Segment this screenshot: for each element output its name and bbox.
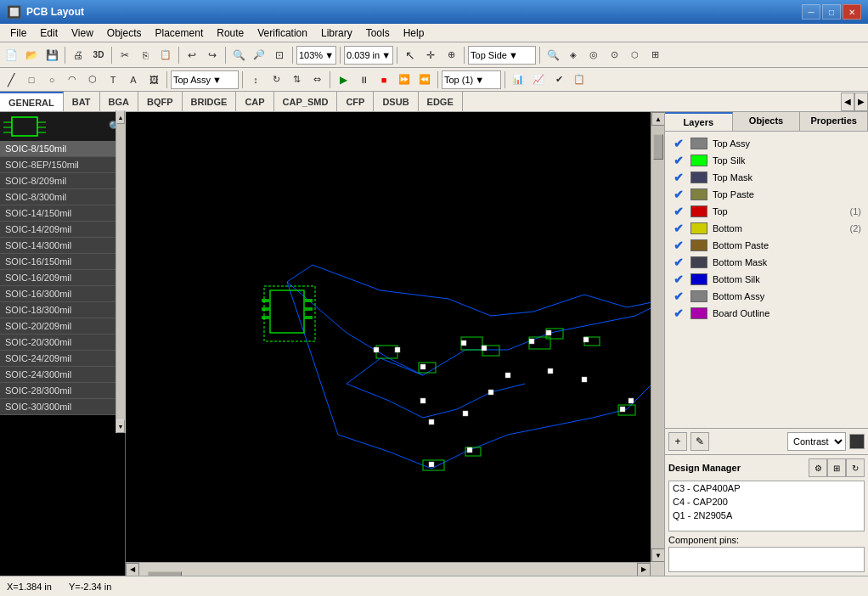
- vscroll-up-button[interactable]: ▲: [651, 112, 664, 126]
- list-item[interactable]: SOIC-20/300mil: [0, 335, 125, 351]
- stat-button[interactable]: 📈: [529, 70, 548, 89]
- zoom-in-button[interactable]: 🔍: [229, 46, 248, 65]
- route-button[interactable]: ⊕: [442, 46, 460, 65]
- comp-tab-cap-smd[interactable]: CAP_SMD: [274, 92, 338, 111]
- rotate-button[interactable]: ↻: [267, 70, 285, 89]
- list-item[interactable]: SOIC-14/150mil: [0, 205, 125, 222]
- comp-tab-bridge[interactable]: BRIDGE: [183, 92, 237, 111]
- forward-button[interactable]: ⏩: [395, 70, 414, 89]
- add-layer-button[interactable]: +: [668, 432, 687, 451]
- list-item[interactable]: SOIC-16/150mil: [0, 254, 125, 270]
- list-item[interactable]: SOIC-24/209mil: [0, 351, 125, 367]
- redo-button[interactable]: ↪: [203, 46, 222, 65]
- layer-checkbox[interactable]: ✔: [672, 273, 685, 286]
- chart-button[interactable]: 📊: [509, 70, 527, 89]
- paste-button[interactable]: 📋: [156, 46, 175, 65]
- menu-edit[interactable]: Edit: [33, 24, 65, 42]
- comp-tab-cap[interactable]: CAP: [236, 92, 273, 111]
- canvas-area[interactable]: ▲ ▼ ◀ ▶: [126, 112, 664, 576]
- hscroll-right-button[interactable]: ▶: [637, 563, 651, 576]
- menu-library[interactable]: Library: [314, 24, 359, 42]
- list-item[interactable]: SOIC-18/300mil: [0, 302, 125, 318]
- layer-item[interactable]: ✔ Top (1): [668, 203, 865, 220]
- list-item[interactable]: SOIC-16/300mil: [0, 286, 125, 302]
- design-manager-item[interactable]: Q1 - 2N2905A: [669, 509, 864, 522]
- layer-item[interactable]: ✔ Top Silk: [668, 152, 865, 169]
- hscroll-left-button[interactable]: ◀: [126, 563, 139, 576]
- line-button[interactable]: ╱: [2, 70, 20, 89]
- comp-tab-edge[interactable]: EDGE: [419, 92, 463, 111]
- zoom-fit-button[interactable]: ⊡: [270, 46, 289, 65]
- 3d-btn2[interactable]: ⬡: [625, 46, 644, 65]
- crosshair-button[interactable]: ✛: [421, 46, 440, 65]
- layer-checkbox[interactable]: ✔: [672, 154, 685, 167]
- comp-tab-bat[interactable]: BAT: [64, 92, 100, 111]
- layer-item[interactable]: ✔ Top Mask: [668, 169, 865, 186]
- layer-checkbox[interactable]: ✔: [672, 290, 685, 303]
- 3d-button[interactable]: 3D: [89, 46, 108, 65]
- list-item[interactable]: SOIC-24/300mil: [0, 367, 125, 383]
- layer-checkbox[interactable]: ✔: [672, 171, 685, 184]
- list-item[interactable]: SOIC-8EP/150mil: [0, 157, 125, 173]
- undo-button[interactable]: ↩: [183, 46, 201, 65]
- copy-button[interactable]: ⎘: [136, 46, 155, 65]
- report-button[interactable]: 📋: [570, 70, 589, 89]
- zoom-dropdown[interactable]: 103% ▼: [296, 46, 336, 65]
- list-item[interactable]: SOIC-14/209mil: [0, 222, 125, 238]
- text-button[interactable]: T: [104, 70, 122, 89]
- layer-checkbox[interactable]: ✔: [672, 137, 685, 150]
- pic-button[interactable]: A: [124, 70, 143, 89]
- list-item[interactable]: SOIC-8/150mil: [0, 141, 125, 157]
- list-item[interactable]: SOIC-20/209mil: [0, 318, 125, 335]
- minimize-button[interactable]: ─: [802, 4, 820, 20]
- layer-checkbox[interactable]: ✔: [672, 205, 685, 218]
- canvas-vscrollbar[interactable]: ▲ ▼: [651, 112, 664, 562]
- print-button[interactable]: 🖨: [69, 46, 87, 65]
- list-item[interactable]: SOIC-28/300mil: [0, 383, 125, 399]
- highlight-button[interactable]: ◎: [584, 46, 603, 65]
- vscroll-down-button[interactable]: ▼: [651, 548, 664, 562]
- close-button[interactable]: ✕: [843, 4, 861, 20]
- dm-filter-button[interactable]: ⊞: [827, 458, 846, 477]
- layer-item[interactable]: ✔ Bottom Assy: [668, 288, 865, 305]
- comp-tab-cfp[interactable]: CFP: [337, 92, 374, 111]
- vscroll-thumb[interactable]: [653, 134, 663, 160]
- layer-item[interactable]: ✔ Bottom Paste: [668, 237, 865, 254]
- pause-button[interactable]: ⏸: [354, 70, 373, 89]
- menu-route[interactable]: Route: [210, 24, 251, 42]
- tab-next-button[interactable]: ▶: [854, 93, 868, 111]
- open-button[interactable]: 📂: [22, 46, 41, 65]
- pcb-canvas[interactable]: [126, 112, 651, 562]
- tab-objects[interactable]: Objects: [733, 112, 801, 131]
- layer-item[interactable]: ✔ Bottom Silk: [668, 271, 865, 288]
- mirror-button[interactable]: ⇔: [307, 70, 326, 89]
- layer-checkbox[interactable]: ✔: [672, 256, 685, 269]
- assy-dropdown[interactable]: Top Assy ▼: [171, 70, 239, 89]
- grid-button[interactable]: ⊞: [645, 46, 664, 65]
- comp-tab-bga[interactable]: BGA: [100, 92, 138, 111]
- maximize-button[interactable]: □: [822, 4, 841, 20]
- side-dropdown[interactable]: Top Side ▼: [468, 46, 536, 65]
- design-manager-item[interactable]: C3 - CAP400AP: [669, 481, 864, 495]
- circle-button[interactable]: ○: [42, 70, 61, 89]
- flip-button[interactable]: ⇅: [287, 70, 306, 89]
- tab-prev-button[interactable]: ◀: [841, 93, 854, 111]
- layer-item[interactable]: ✔ Bottom (2): [668, 220, 865, 237]
- new-button[interactable]: 📄: [2, 46, 20, 65]
- img-button[interactable]: 🖼: [144, 70, 163, 89]
- list-item[interactable]: SOIC-8/209mil: [0, 173, 125, 189]
- list-item[interactable]: SOIC-16/209mil: [0, 270, 125, 286]
- canvas-hscrollbar[interactable]: ◀ ▶: [126, 562, 651, 576]
- cut-button[interactable]: ✂: [116, 46, 134, 65]
- unit-dropdown[interactable]: 0.039 in ▼: [344, 46, 393, 65]
- layer-checkbox[interactable]: ✔: [672, 239, 685, 252]
- tab-properties[interactable]: Properties: [800, 112, 868, 131]
- edit-layer-button[interactable]: ✎: [690, 432, 709, 451]
- hscroll-thumb[interactable]: [148, 571, 182, 576]
- list-item[interactable]: SOIC-14/300mil: [0, 238, 125, 254]
- comp-tab-bqfp[interactable]: BQFP: [138, 92, 183, 111]
- design-manager-item[interactable]: C4 - CAP200: [669, 495, 864, 509]
- left-scrollbar[interactable]: ▲ ▼: [116, 112, 126, 433]
- polygon-button[interactable]: ⬡: [83, 70, 102, 89]
- dm-settings-button[interactable]: ⚙: [809, 458, 827, 477]
